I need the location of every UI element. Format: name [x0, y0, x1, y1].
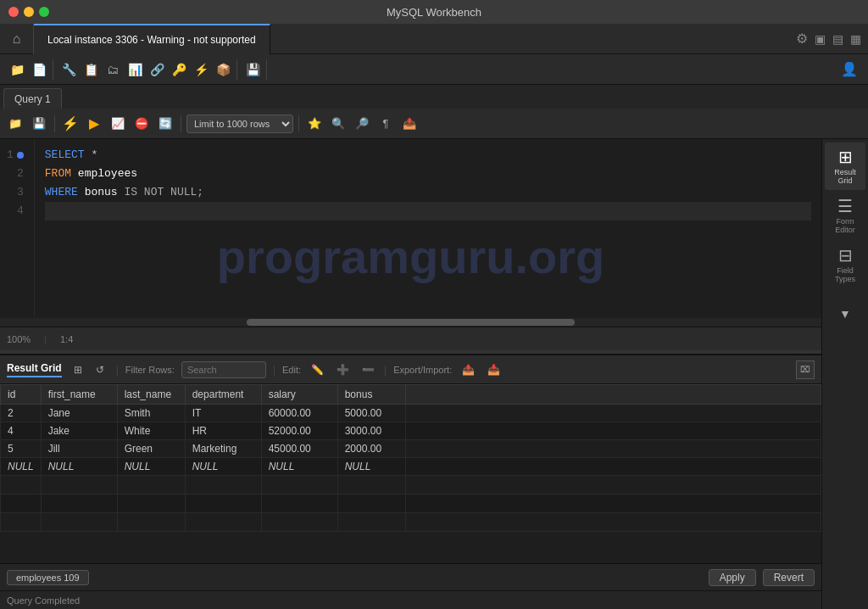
col-header-salary[interactable]: salary [261, 385, 337, 405]
export-import-label: Export/Import: [393, 365, 452, 375]
table-cell[interactable]: 2 [1, 405, 42, 422]
col-header-lastname[interactable]: last_name [117, 385, 185, 405]
search-replace-button[interactable]: 🔎 [352, 114, 372, 134]
table-empty-row [1, 513, 821, 532]
table-cell[interactable]: 5000.00 [337, 405, 405, 422]
add-row-button[interactable]: ➕ [333, 360, 352, 379]
stop-button[interactable]: ⛔ [131, 114, 152, 134]
table-cell[interactable]: Marketing [185, 440, 261, 458]
result-table: id first_name last_name department salar… [0, 384, 821, 532]
horizontal-scrollbar[interactable] [0, 318, 821, 327]
home-icon[interactable]: ⌂ [0, 24, 34, 54]
table-cell[interactable]: 45000.00 [261, 440, 337, 458]
col-header-bonus[interactable]: bonus [337, 385, 405, 405]
find-button[interactable]: 🔍 [328, 114, 348, 134]
scroll-thumb[interactable] [247, 319, 576, 326]
layout-icon[interactable]: ▣ [815, 32, 826, 46]
instance-tab[interactable]: Local instance 3306 - Warning - not supp… [34, 24, 270, 54]
table-row[interactable]: 2JaneSmithIT60000.005000.00 [1, 405, 821, 422]
form-editor-icon: ☰ [837, 196, 853, 216]
query1-tab[interactable]: Query 1 [3, 88, 62, 109]
bookmark-button[interactable]: ⭐ [304, 114, 325, 134]
table-cell[interactable]: IT [185, 405, 261, 422]
sidebar-form-editor-button[interactable]: ☰ FormEditor [825, 192, 865, 239]
revert-button[interactable]: Revert [763, 569, 815, 586]
save-button[interactable]: 💾 [29, 114, 49, 134]
null-cell[interactable]: NULL [1, 458, 42, 476]
index-button[interactable]: 🔗 [147, 59, 167, 80]
table-cell[interactable]: 60000.00 [261, 405, 337, 422]
execute-button[interactable]: ⚡ [60, 114, 81, 134]
open-file-button[interactable]: 📄 [29, 59, 49, 80]
settings-icon[interactable]: ⚙ [796, 31, 808, 47]
null-cell[interactable]: NULL [185, 458, 261, 476]
layout3-icon[interactable]: ▦ [850, 32, 861, 46]
data-table-container[interactable]: id first_name last_name department salar… [0, 384, 821, 563]
table-row[interactable]: 5JillGreenMarketing45000.002000.00 [1, 440, 821, 458]
layout2-icon[interactable]: ▤ [832, 32, 843, 46]
table-cell[interactable]: Jake [41, 422, 117, 440]
delete-row-button[interactable]: ➖ [359, 360, 377, 379]
result-grid-tab[interactable]: Result Grid [7, 362, 62, 377]
null-cell[interactable]: NULL [261, 458, 337, 476]
table-cell[interactable]: 2000.00 [337, 440, 405, 458]
table-cell[interactable]: HR [185, 422, 261, 440]
wrap-icon[interactable]: ⌧ [796, 360, 815, 379]
sql-editor[interactable]: 1 2 3 4 SELECT * [0, 139, 821, 318]
null-cell[interactable]: NULL [117, 458, 185, 476]
null-cell[interactable]: NULL [41, 458, 117, 476]
table-cell[interactable]: 5 [1, 440, 42, 458]
table-cell[interactable]: 3000.00 [337, 422, 405, 440]
table-cell[interactable]: 52000.00 [261, 422, 337, 440]
new-file-button[interactable]: 📁 [7, 59, 27, 80]
table-row[interactable]: 4JakeWhiteHR52000.003000.00 [1, 422, 821, 440]
explain-button[interactable]: 📈 [108, 114, 128, 134]
trigger-button[interactable]: ⚡ [191, 59, 211, 80]
menu-right-icons: ⚙ ▣ ▤ ▦ [796, 31, 868, 47]
table-cell[interactable]: Smith [117, 405, 185, 422]
close-button[interactable] [8, 7, 19, 17]
query-tabs: Query 1 [0, 85, 868, 109]
table-null-row[interactable]: NULLNULLNULLNULLNULLNULL [1, 458, 821, 476]
import-data-button[interactable]: 📥 [484, 360, 503, 379]
sidebar-more-button[interactable]: ▼ [825, 290, 865, 338]
export-result-button[interactable]: 📤 [399, 114, 420, 134]
column-button[interactable]: 📊 [125, 59, 145, 80]
filter-rows-input[interactable] [181, 361, 266, 378]
minimize-button[interactable] [24, 7, 34, 17]
maximize-button[interactable] [39, 7, 49, 17]
export-data-button[interactable]: 📤 [459, 360, 477, 379]
foreign-key-button[interactable]: 🔑 [169, 59, 189, 80]
sidebar-field-types-button[interactable]: ⊟ FieldTypes [825, 241, 865, 288]
chevron-down-icon: ▼ [839, 307, 851, 321]
empty-cell [1, 476, 42, 494]
routine-button[interactable]: 📦 [213, 59, 233, 80]
table-cell[interactable]: Jill [41, 440, 117, 458]
col-header-id[interactable]: id [1, 385, 42, 405]
grid-view-button[interactable]: ⊞ [69, 360, 87, 379]
col-header-department[interactable]: department [185, 385, 261, 405]
apply-button[interactable]: Apply [709, 569, 756, 586]
view-icons: ⊞ ↺ [69, 360, 109, 379]
edit-row-button[interactable]: ✏️ [308, 360, 326, 379]
line-number-1: 1 [7, 146, 27, 165]
table-button[interactable]: 🗂 [103, 59, 123, 80]
schema-inspector-button[interactable]: 📋 [81, 59, 101, 80]
refresh-result-button[interactable]: ↺ [91, 360, 109, 379]
manage-connections-button[interactable]: 🔧 [58, 59, 79, 80]
new-schema-button[interactable]: 📁 [5, 114, 25, 134]
table-cell[interactable]: White [117, 422, 185, 440]
table-cell[interactable]: Jane [41, 405, 117, 422]
col-header-firstname[interactable]: first_name [41, 385, 117, 405]
refresh-button[interactable]: 🔄 [155, 114, 175, 134]
employees-tab[interactable]: employees 109 [7, 570, 89, 585]
export-button[interactable]: 💾 [242, 59, 263, 80]
table-cell[interactable]: Green [117, 440, 185, 458]
limit-rows-select[interactable]: Don't LimitLimit to 10 rowsLimit to 100 … [186, 115, 293, 133]
sidebar-result-grid-button[interactable]: ⊞ ResultGrid [825, 142, 865, 190]
execute-current-button[interactable]: ▶ [84, 114, 104, 134]
format-button[interactable]: ¶ [376, 114, 396, 134]
null-cell[interactable]: NULL [337, 458, 405, 476]
table-cell[interactable]: 4 [1, 422, 42, 440]
export-toolbar-group: 💾 [239, 59, 267, 80]
